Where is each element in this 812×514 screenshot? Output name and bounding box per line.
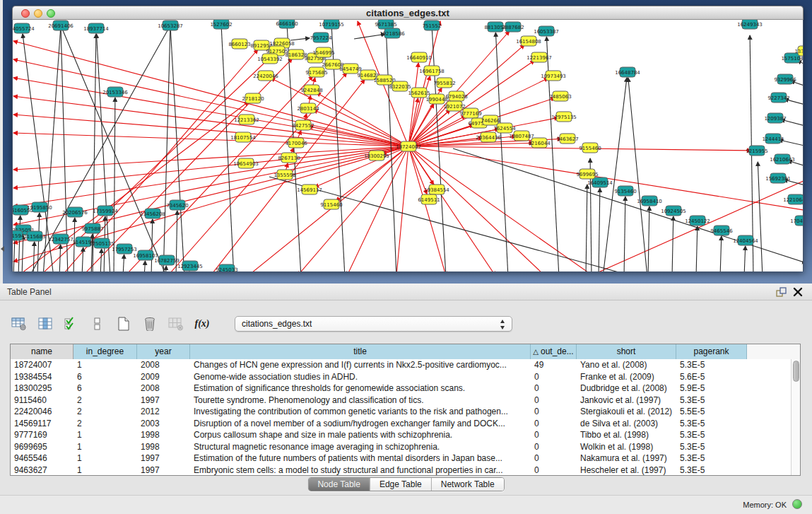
citation-edge-black[interactable] [744,246,746,271]
column-header-short[interactable]: short [577,344,676,359]
table-cell[interactable]: Disruption of a novel member of a sodium… [190,418,531,430]
function-builder-icon[interactable]: f(x) [193,315,211,332]
table-cell[interactable]: 9465546 [11,452,73,465]
citation-edge-black[interactable] [221,24,234,271]
citation-edge-black[interactable] [37,213,40,271]
table-cell[interactable]: 9777169 [11,429,73,441]
citation-edge-black[interactable] [758,162,763,271]
table-cell[interactable]: 1 [73,452,137,465]
table-row[interactable]: 1938455462009Genome-wide association stu… [11,371,791,383]
column-header-title[interactable]: title [190,344,531,359]
citation-edge-black[interactable] [269,177,637,271]
close-window-light-icon[interactable] [21,9,30,18]
modify-table-icon[interactable] [10,315,28,332]
citation-edge-red[interactable] [408,146,446,271]
splitter-collapse-icon[interactable] [1,246,4,252]
table-cell[interactable]: 1997 [137,452,190,465]
citation-edge-black[interactable] [59,245,61,271]
table-cell[interactable]: 1998 [137,429,190,441]
table-cell[interactable]: 1997 [137,395,190,407]
table-cell[interactable]: 2009 [137,371,190,383]
table-cell[interactable]: 2003 [137,418,190,430]
table-row[interactable]: 1872400712008Changes of HCN gene express… [11,359,791,371]
citation-edge-black[interactable] [93,34,96,271]
table-cell[interactable]: Changes of HCN gene expression and I(f) … [190,359,531,371]
table-cell[interactable]: 5.3E-5 [676,441,747,453]
table-cell[interactable]: 1 [73,441,137,453]
citation-edge-black[interactable] [165,266,166,271]
citation-edge-red[interactable] [314,146,408,187]
float-window-icon[interactable] [775,286,787,298]
table-cell[interactable]: Hescheler et al. (1997) [577,465,676,476]
citation-edge-black[interactable] [123,255,124,271]
table-cell[interactable]: 2 [73,395,137,407]
table-cell[interactable]: Nakamura et al. (1997) [577,452,676,465]
citation-edge-black[interactable] [586,185,587,271]
show-columns-icon[interactable] [36,315,54,332]
table-cell[interactable]: 9463627 [11,465,73,476]
table-cell[interactable]: 0 [531,406,577,418]
column-header-name[interactable]: name [11,344,73,359]
table-cell[interactable]: 1998 [137,441,190,453]
table-cell[interactable]: Stergiakouli et al. (2012) [577,406,676,418]
citation-edge-red[interactable] [408,146,593,271]
table-row[interactable]: 946554611997Estimation of the future num… [11,452,791,465]
table-cell[interactable]: Structural magnetic resonance image aver… [190,441,531,453]
vertical-scrollbar[interactable] [791,359,800,475]
column-header-year[interactable]: year [137,344,190,359]
table-cell[interactable]: 1 [73,359,137,371]
table-cell[interactable]: 5.5E-5 [676,406,747,418]
table-cell[interactable]: 0 [531,452,577,465]
table-cell[interactable]: 0 [531,382,577,395]
zoom-window-light-icon[interactable] [47,9,55,18]
table-cell[interactable]: Wolkin et al. (1998) [577,441,676,453]
table-cell[interactable]: 5.3E-5 [676,359,747,371]
select-all-icon[interactable] [62,315,81,332]
table-cell[interactable]: Yano et al. (2008) [577,359,676,371]
citation-edge-black[interactable] [453,148,803,263]
citation-edge-black[interactable] [144,261,146,271]
citation-edge-red[interactable] [408,76,430,146]
row-height-icon[interactable] [88,315,107,332]
delete-table-icon[interactable] [141,315,159,332]
column-header-pagerank[interactable]: pagerank [676,344,747,359]
table-row[interactable]: 2242004622012Investigating the contribut… [11,406,791,418]
table-cell[interactable]: 5.3E-5 [676,452,747,465]
table-cell[interactable]: 9115460 [11,395,73,407]
table-cell[interactable]: 1997 [137,465,190,476]
table-cell[interactable]: 5.6E-5 [676,371,747,383]
scrollbar-thumb[interactable] [793,361,799,382]
citation-edge-black[interactable] [696,226,698,271]
table-row[interactable]: 969969511998Structural magnetic resonanc… [11,441,791,453]
citation-edge-black[interactable] [648,206,649,271]
column-header-out-degree[interactable]: △out_de... [531,344,577,359]
citation-edge-red[interactable] [13,146,408,243]
close-icon[interactable] [792,286,804,298]
citation-edge-red[interactable] [13,146,408,188]
table-cell[interactable]: Franke et al. (2009) [577,371,676,383]
citation-edge-red[interactable] [13,146,408,206]
table-row[interactable]: 1456911722003Disruption of a novel membe… [11,418,791,430]
table-cell[interactable]: Embryonic stem cells: a model to study s… [190,465,531,476]
table-cell[interactable]: 6 [73,382,137,395]
citation-edge-black[interactable] [628,78,647,271]
citation-edge-black[interactable] [603,78,627,271]
table-row[interactable]: 1830029562008Estimation of significance … [11,382,791,395]
table-cell[interactable]: 0 [531,465,577,476]
table-cell[interactable]: 0 [531,429,577,441]
citation-edge-black[interactable] [599,188,600,271]
citation-edge-red[interactable] [408,146,495,271]
table-cell[interactable]: 5.3E-5 [676,465,747,476]
table-cell[interactable]: 22420046 [11,406,73,418]
table-cell[interactable]: 5.3E-5 [676,395,747,407]
new-table-icon[interactable] [114,315,133,332]
table-cell[interactable]: Investigating the contribution of common… [190,406,531,418]
memory-status-indicator[interactable] [792,499,802,509]
table-row[interactable]: 911546021997Tourette syndrome. Phenomeno… [11,395,791,407]
tab-node-table[interactable]: Node Table [308,478,370,491]
table-cell[interactable]: 5.3E-5 [676,429,747,441]
table-cell[interactable]: Estimation of the future numbers of pati… [190,452,531,465]
table-cell[interactable]: 18724007 [11,359,73,371]
citation-edge-black[interactable] [163,25,170,271]
network-window-titlebar[interactable]: citations_edges.txt [12,6,804,20]
